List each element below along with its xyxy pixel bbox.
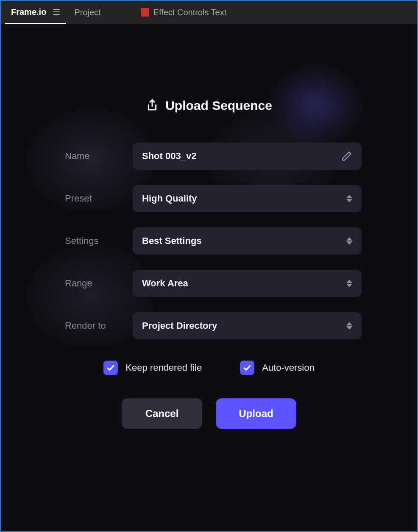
settings-value: Best Settings bbox=[142, 235, 202, 246]
check-icon bbox=[243, 364, 251, 372]
upload-sequence-modal: Upload Sequence Name Shot 003_v2 Preset … bbox=[56, 98, 362, 429]
row-settings: Settings Best Settings bbox=[56, 227, 362, 255]
stepper-icon[interactable] bbox=[346, 195, 352, 202]
chevron-up-icon bbox=[346, 322, 352, 325]
name-field[interactable]: Shot 003_v2 bbox=[133, 143, 362, 170]
row-range: Range Work Area bbox=[56, 270, 362, 297]
checkbox-box-checked bbox=[103, 361, 118, 375]
modal-title: Upload Sequence bbox=[165, 98, 272, 113]
checkbox-box-checked bbox=[240, 361, 254, 375]
preset-value: High Quality bbox=[142, 193, 197, 204]
upload-button[interactable]: Upload bbox=[216, 398, 296, 429]
row-render-to: Render to Project Directory bbox=[56, 312, 362, 339]
check-icon bbox=[106, 364, 115, 372]
label-preset: Preset bbox=[56, 193, 133, 204]
label-render-to: Render to bbox=[56, 320, 133, 331]
auto-version-label: Auto-version bbox=[262, 362, 315, 373]
label-name: Name bbox=[56, 151, 133, 162]
row-name: Name Shot 003_v2 bbox=[56, 143, 362, 170]
tab-project-label: Project bbox=[74, 8, 100, 17]
name-value: Shot 003_v2 bbox=[142, 151, 196, 162]
tab-effect-controls-label: Effect Controls Text bbox=[153, 8, 227, 17]
cancel-button-label: Cancel bbox=[145, 408, 179, 420]
chevron-up-icon bbox=[346, 195, 352, 198]
row-preset: Preset High Quality bbox=[56, 185, 362, 212]
pencil-icon[interactable] bbox=[341, 151, 352, 162]
render-to-value: Project Directory bbox=[142, 320, 217, 331]
keep-rendered-checkbox[interactable]: Keep rendered file bbox=[103, 361, 202, 375]
label-range: Range bbox=[56, 278, 133, 289]
panel-tab-bar: Frame.io Project Effect Controls Text bbox=[1, 1, 417, 24]
checkbox-row: Keep rendered file Auto-version bbox=[56, 361, 362, 375]
button-row: Cancel Upload bbox=[56, 398, 362, 429]
stepper-icon[interactable] bbox=[346, 237, 352, 245]
stepper-icon[interactable] bbox=[346, 322, 352, 330]
tab-frameio-label: Frame.io bbox=[11, 7, 46, 17]
auto-version-checkbox[interactable]: Auto-version bbox=[240, 361, 315, 375]
upload-icon bbox=[146, 99, 159, 112]
modal-title-row: Upload Sequence bbox=[56, 98, 362, 113]
record-indicator-icon bbox=[141, 8, 149, 17]
chevron-down-icon bbox=[346, 326, 352, 330]
chevron-up-icon bbox=[346, 237, 352, 241]
tab-frameio[interactable]: Frame.io bbox=[5, 1, 66, 24]
range-value: Work Area bbox=[142, 278, 188, 289]
panel-menu-icon[interactable] bbox=[53, 9, 60, 15]
upload-button-label: Upload bbox=[239, 408, 273, 420]
preset-select[interactable]: High Quality bbox=[133, 185, 362, 212]
render-to-select[interactable]: Project Directory bbox=[133, 312, 362, 339]
keep-rendered-label: Keep rendered file bbox=[125, 362, 202, 373]
chevron-down-icon bbox=[346, 241, 352, 245]
chevron-up-icon bbox=[346, 280, 352, 283]
chevron-down-icon bbox=[346, 284, 352, 287]
chevron-down-icon bbox=[346, 199, 352, 202]
settings-select[interactable]: Best Settings bbox=[133, 227, 362, 255]
tab-project[interactable]: Project bbox=[68, 1, 106, 24]
range-select[interactable]: Work Area bbox=[133, 270, 362, 297]
stepper-icon[interactable] bbox=[346, 280, 352, 287]
cancel-button[interactable]: Cancel bbox=[122, 398, 202, 429]
tab-effect-controls[interactable]: Effect Controls Text bbox=[135, 1, 233, 24]
label-settings: Settings bbox=[56, 235, 133, 246]
